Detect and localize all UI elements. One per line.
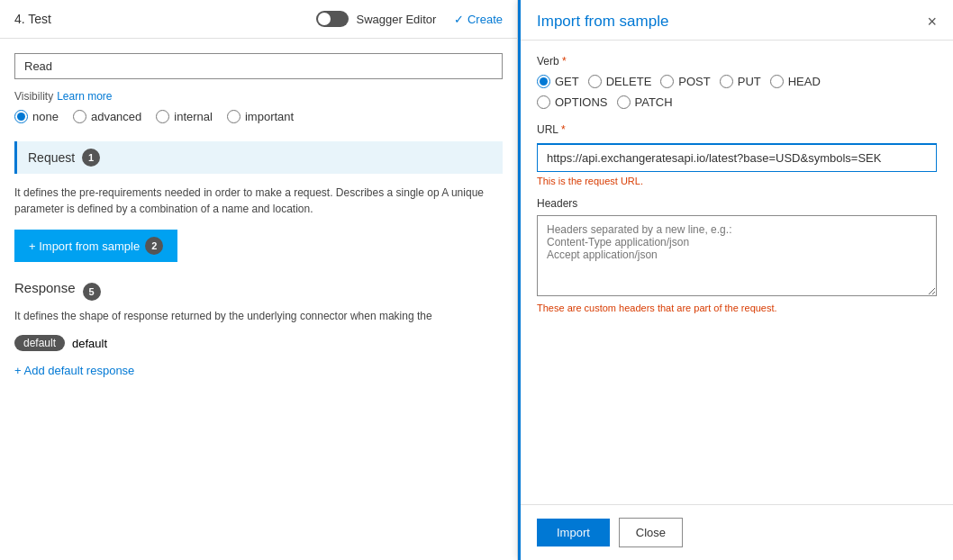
visibility-important[interactable]: important	[227, 110, 294, 123]
verb-post[interactable]: POST	[660, 75, 710, 88]
headers-hint: These are custom headers that are part o…	[537, 303, 937, 313]
main-content: Visibility Learn more none advanced inte…	[0, 39, 517, 560]
verb-patch-label: PATCH	[635, 95, 673, 109]
headers-textarea[interactable]	[537, 215, 937, 296]
verb-options[interactable]: OPTIONS	[537, 95, 608, 109]
url-required-star: *	[561, 123, 566, 136]
learn-more-link[interactable]: Learn more	[57, 90, 112, 103]
visibility-advanced-radio[interactable]	[73, 110, 86, 123]
verb-options-label: OPTIONS	[555, 95, 608, 109]
swagger-toggle-area: Swagger Editor	[316, 11, 436, 27]
response-title: Response	[14, 280, 76, 295]
visibility-none-radio[interactable]	[14, 110, 28, 123]
verb-head-radio[interactable]	[770, 75, 784, 88]
visibility-none[interactable]: none	[14, 110, 59, 123]
default-row: default default	[14, 335, 503, 351]
verb-get[interactable]: GET	[537, 75, 579, 88]
dialog-close-button[interactable]: ×	[927, 14, 937, 30]
top-bar: 4. Test Swagger Editor ✓ Create	[0, 0, 517, 39]
verb-delete[interactable]: DELETE	[588, 75, 652, 88]
verb-delete-radio[interactable]	[588, 75, 602, 88]
import-action-button[interactable]: Import	[537, 519, 610, 546]
left-panel: 4. Test Swagger Editor ✓ Create Visibili…	[0, 0, 518, 560]
verb-post-radio[interactable]	[660, 75, 674, 88]
dialog-footer: Import Close	[521, 504, 953, 560]
verb-label: Verb *	[537, 55, 937, 68]
visibility-important-radio[interactable]	[227, 110, 241, 123]
swagger-toggle-switch[interactable]	[316, 11, 349, 27]
verb-row: GET DELETE POST PUT HEAD	[537, 75, 937, 88]
verb-put[interactable]: PUT	[720, 75, 761, 88]
visibility-row: Visibility Learn more	[14, 90, 503, 103]
url-input[interactable]	[537, 143, 937, 172]
verb-row-2: OPTIONS PATCH	[537, 95, 937, 109]
verb-put-radio[interactable]	[720, 75, 733, 88]
verb-put-label: PUT	[738, 75, 761, 88]
verb-head-label: HEAD	[788, 75, 821, 88]
visibility-advanced[interactable]: advanced	[73, 110, 141, 123]
request-section-header: Request 1	[14, 141, 503, 174]
swagger-label: Swagger Editor	[356, 13, 436, 26]
page-title: 4. Test	[14, 12, 51, 26]
default-label: default	[72, 337, 107, 350]
visibility-internal[interactable]: internal	[156, 110, 213, 123]
request-step-badge: 1	[82, 149, 100, 167]
default-badge: default	[14, 335, 65, 351]
dialog-header: Import from sample ×	[521, 0, 953, 41]
visibility-label: Visibility	[14, 90, 53, 103]
headers-label: Headers	[537, 197, 937, 210]
verb-required-star: *	[562, 55, 567, 68]
verb-patch[interactable]: PATCH	[617, 95, 673, 109]
url-label: URL *	[537, 123, 937, 136]
response-description: It defines the shape of response returne…	[14, 310, 503, 322]
request-title: Request	[28, 150, 75, 165]
verb-get-radio[interactable]	[537, 75, 550, 88]
dialog-body: Verb * GET DELETE POST PUT HEAD	[521, 41, 953, 504]
verb-patch-radio[interactable]	[617, 95, 631, 109]
verb-options-radio[interactable]	[537, 95, 550, 109]
import-from-sample-button[interactable]: + Import from sample 2	[14, 230, 177, 262]
verb-head[interactable]: HEAD	[770, 75, 821, 88]
close-action-button[interactable]: Close	[619, 518, 683, 547]
verb-delete-label: DELETE	[606, 75, 652, 88]
create-link[interactable]: ✓ Create	[454, 13, 503, 26]
verb-post-label: POST	[678, 75, 710, 88]
response-section: Response 5 It defines the shape of respo…	[14, 280, 503, 377]
import-step-badge: 2	[145, 237, 163, 255]
verb-get-label: GET	[555, 75, 579, 88]
request-description: It defines the pre-requirements needed i…	[14, 185, 503, 217]
add-default-response[interactable]: + Add default response	[14, 364, 503, 377]
import-dialog: Import from sample × Verb * GET DELETE P…	[518, 0, 953, 560]
visibility-radio-row: none advanced internal important	[14, 110, 503, 123]
dialog-title: Import from sample	[537, 13, 668, 31]
url-hint: This is the request URL.	[537, 176, 937, 186]
visibility-internal-radio[interactable]	[156, 110, 169, 123]
read-input[interactable]	[14, 53, 503, 79]
response-step-badge: 5	[83, 283, 101, 301]
